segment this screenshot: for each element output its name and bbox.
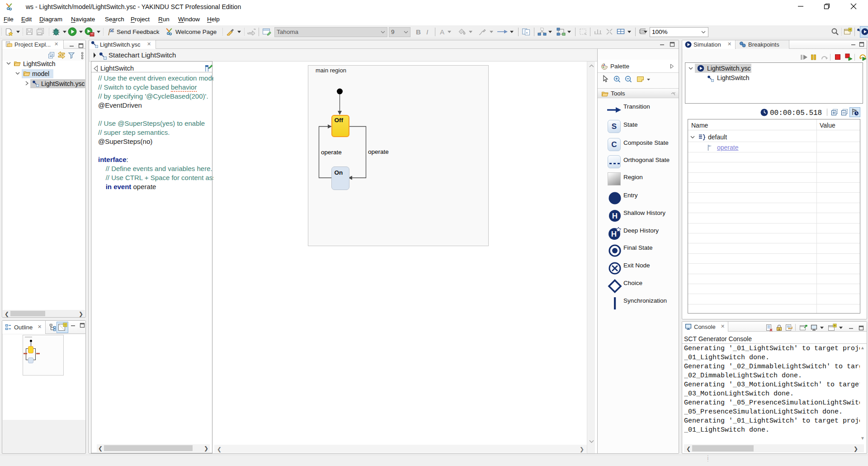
svg-text:H: H [611, 230, 617, 238]
svg-text:H: H [612, 212, 618, 220]
svg-text:a: a [778, 328, 780, 331]
